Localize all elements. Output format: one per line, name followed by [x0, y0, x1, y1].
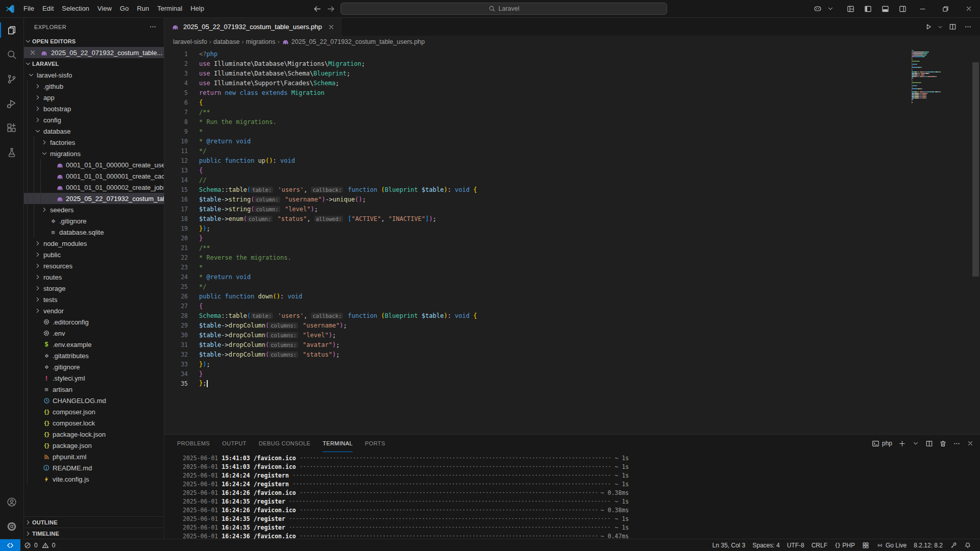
indentation-indicator[interactable]: Spaces: 4 — [749, 542, 783, 549]
folder-item-public[interactable]: public — [24, 249, 164, 260]
intelephense[interactable] — [946, 542, 961, 549]
panel-bottom-icon[interactable] — [876, 0, 894, 17]
php-version[interactable]: 8.2.12: 8.2 — [910, 542, 946, 549]
file-item-package-lock-json[interactable]: {}package-lock.json — [24, 429, 164, 440]
panel-tab-debug-console[interactable]: DEBUG CONSOLE — [259, 435, 310, 452]
split-terminal-icon[interactable] — [925, 440, 933, 447]
restore-button[interactable] — [934, 0, 957, 17]
folder-item-routes[interactable]: routes — [24, 271, 164, 283]
eol-indicator[interactable]: CRLF — [808, 542, 831, 549]
file-item-composer-lock[interactable]: {}composer.lock — [24, 417, 164, 429]
panel-tab-ports[interactable]: PORTS — [365, 435, 385, 452]
folder-item-storage[interactable]: storage — [24, 283, 164, 294]
file-item--gitignore[interactable]: .gitignore — [24, 361, 164, 372]
menu-item-edit[interactable]: Edit — [38, 0, 58, 17]
close-window-button[interactable] — [957, 0, 980, 17]
copilot-icon[interactable] — [809, 0, 826, 17]
file-item-readme-md[interactable]: README.md — [24, 462, 164, 473]
file-item--styleci-yml[interactable]: !.styleci.yml — [24, 372, 164, 384]
folder-item-migrations[interactable]: migrations — [24, 148, 164, 159]
ports-indicator[interactable] — [859, 542, 873, 549]
more-icon[interactable] — [149, 23, 157, 31]
file-item--env-example[interactable]: $.env.example — [24, 339, 164, 350]
breadcrumb-item-file[interactable]: 2025_05_22_071932_costum_table_users.php — [282, 38, 425, 45]
menu-item-file[interactable]: File — [19, 0, 38, 17]
file-item-artisan[interactable]: ≡artisan — [24, 384, 164, 395]
breadcrumb-item[interactable]: database — [213, 38, 239, 45]
panel-tab-problems[interactable]: PROBLEMS — [177, 435, 210, 452]
file-item-package-json[interactable]: {}package.json — [24, 440, 164, 451]
file-item-0001-01-01-000001-create-cache-t-[interactable]: 0001_01_01_000001_create_cache_t... — [24, 170, 164, 182]
editor-scrollbar[interactable] — [972, 62, 979, 277]
run-dropdown-icon[interactable] — [937, 23, 943, 31]
chev-down-icon[interactable] — [826, 0, 835, 17]
menu-item-help[interactable]: Help — [186, 0, 208, 17]
folder-item-vendor[interactable]: vendor — [24, 305, 164, 316]
file-item--gitignore[interactable]: .gitignore — [24, 215, 164, 227]
activity-testing[interactable] — [0, 140, 23, 165]
panel-tab-output[interactable]: OUTPUT — [222, 435, 247, 452]
kill-terminal-icon[interactable] — [939, 440, 947, 447]
folder-item-app[interactable]: app — [24, 92, 164, 103]
notifications[interactable] — [961, 542, 975, 549]
file-item-2025-05-22-071932-costum-table-[interactable]: 2025_05_22_071932_costum_table_... — [24, 193, 164, 204]
problems-indicator[interactable]: 0 0 — [20, 539, 59, 551]
folder-item-node-modules[interactable]: node_modules — [24, 238, 164, 249]
folder-item-database[interactable]: database — [24, 126, 164, 137]
go-live[interactable]: Go Live — [873, 542, 910, 549]
more-actions-icon[interactable] — [953, 440, 961, 447]
panel-left-icon[interactable] — [859, 0, 876, 17]
forward-arrow-icon[interactable] — [327, 5, 335, 13]
activity-settings[interactable] — [0, 514, 23, 539]
terminal-output[interactable]: 2025-06-0115:41:03/favicon.ico~ 1s2025-0… — [164, 452, 980, 540]
file-item--gitattributes[interactable]: .gitattributes — [24, 350, 164, 361]
menu-item-view[interactable]: View — [93, 0, 116, 17]
code-editor[interactable]: 1<?php2use Illuminate\Database\Migration… — [164, 47, 980, 434]
activity-source-control[interactable] — [0, 67, 23, 91]
file-item-composer-json[interactable]: {}composer.json — [24, 406, 164, 417]
activity-account[interactable] — [0, 490, 23, 514]
terminal-dropdown-icon[interactable] — [912, 440, 919, 447]
run-php-file-icon[interactable] — [922, 23, 934, 31]
layout-icon[interactable] — [842, 0, 859, 17]
file-item-vite-config-js[interactable]: vite.config.js — [24, 473, 164, 485]
folder-item-config[interactable]: config — [24, 114, 164, 126]
minimap[interactable] — [912, 49, 944, 103]
file-item-0001-01-01-000000-create-users-ta-[interactable]: 0001_01_01_000000_create_users_ta... — [24, 159, 164, 170]
breadcrumb-item[interactable]: laravel-sisfo — [173, 38, 207, 45]
panel-right-icon[interactable] — [894, 0, 911, 17]
close-tab-icon[interactable] — [328, 23, 335, 31]
line-col-indicator[interactable]: Ln 35, Col 3 — [709, 542, 749, 549]
file-item--editorconfig[interactable]: .editorconfig — [24, 316, 164, 328]
remote-indicator[interactable] — [0, 539, 20, 551]
menu-item-go[interactable]: Go — [116, 0, 133, 17]
activity-extensions[interactable] — [0, 116, 23, 140]
section-timeline[interactable]: TIMELINE — [24, 528, 164, 539]
section-outline[interactable]: OUTLINE — [24, 516, 164, 528]
menu-item-terminal[interactable]: Terminal — [153, 0, 186, 17]
folder-item-factories[interactable]: factories — [24, 137, 164, 148]
minimize-button[interactable] — [911, 0, 934, 17]
panel-tab-terminal[interactable]: TERMINAL — [323, 435, 353, 452]
editor-tab[interactable]: 2025_05_22_071932_costum_table_users.php — [164, 18, 341, 36]
project-section[interactable]: LARAVEL — [24, 58, 164, 69]
file-item-phpunit-xml[interactable]: phpunit.xml — [24, 451, 164, 462]
file-item-changelog-md[interactable]: CHANGELOG.md — [24, 395, 164, 406]
folder-item-bootstrap[interactable]: bootstrap — [24, 103, 164, 114]
activity-search[interactable] — [0, 42, 23, 67]
menu-item-run[interactable]: Run — [133, 0, 153, 17]
file-item-database-sqlite[interactable]: ≡database.sqlite — [24, 227, 164, 238]
open-editors-section[interactable]: OPEN EDITORS — [24, 36, 164, 47]
terminal-profile[interactable]: php — [872, 440, 892, 447]
close-icon[interactable] — [29, 49, 37, 56]
activity-explorer[interactable] — [0, 18, 23, 42]
folder-item-resources[interactable]: resources — [24, 260, 164, 271]
file-item--env[interactable]: .env — [24, 328, 164, 339]
folder-item-tests[interactable]: tests — [24, 294, 164, 305]
language-indicator[interactable]: {}PHP — [831, 542, 859, 549]
file-item-0001-01-01-000002-create-jobs-ta-[interactable]: 0001_01_01_000002_create_jobs_ta... — [24, 182, 164, 193]
close-panel-icon[interactable] — [967, 440, 974, 447]
command-center-search[interactable]: Laravel — [340, 3, 667, 15]
more-actions-icon[interactable] — [962, 23, 974, 31]
encoding-indicator[interactable]: UTF-8 — [783, 542, 808, 549]
